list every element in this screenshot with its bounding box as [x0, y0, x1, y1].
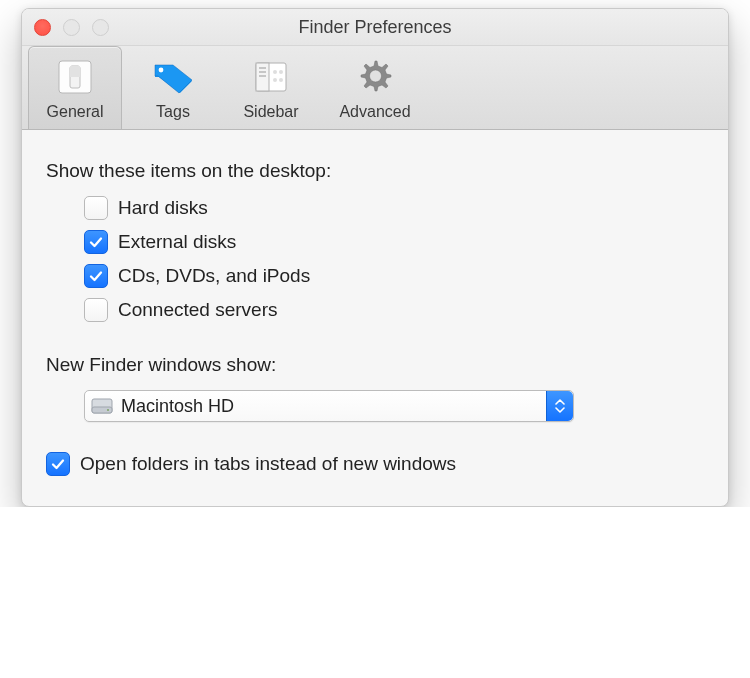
new-windows-value: Macintosh HD: [121, 396, 546, 417]
tab-tags[interactable]: Tags: [126, 46, 220, 129]
checkbox-external-disks-row: External disks: [84, 230, 704, 254]
tab-advanced-label: Advanced: [323, 103, 427, 121]
checkbox-hard-disks-label: Hard disks: [118, 197, 208, 219]
sidebar-icon: [225, 53, 317, 101]
general-icon: [29, 53, 121, 101]
checkbox-open-in-tabs-label: Open folders in tabs instead of new wind…: [80, 453, 456, 475]
desktop-items-heading: Show these items on the desktop:: [46, 160, 704, 182]
checkbox-servers[interactable]: [84, 298, 108, 322]
tab-sidebar[interactable]: Sidebar: [224, 46, 318, 129]
checkbox-hard-disks-row: Hard disks: [84, 196, 704, 220]
titlebar: Finder Preferences: [22, 9, 728, 46]
svg-point-10: [279, 70, 283, 74]
svg-point-12: [279, 78, 283, 82]
zoom-button[interactable]: [92, 19, 109, 36]
checkbox-servers-label: Connected servers: [118, 299, 277, 321]
tab-advanced[interactable]: Advanced: [322, 46, 428, 129]
advanced-icon: [323, 53, 427, 101]
checkbox-servers-row: Connected servers: [84, 298, 704, 322]
window-controls: [34, 19, 109, 36]
tab-tags-label: Tags: [127, 103, 219, 121]
tags-icon: [127, 53, 219, 101]
new-windows-heading: New Finder windows show:: [46, 354, 704, 376]
checkbox-cds[interactable]: [84, 264, 108, 288]
svg-point-9: [273, 70, 277, 74]
checkbox-external-disks[interactable]: [84, 230, 108, 254]
svg-rect-7: [259, 71, 266, 73]
desktop-items-list: Hard disks External disks CDs, DVDs, and…: [84, 196, 704, 322]
finder-preferences-window: Finder Preferences General: [21, 8, 729, 507]
svg-rect-2: [70, 66, 80, 77]
checkbox-external-disks-label: External disks: [118, 231, 236, 253]
window-title: Finder Preferences: [298, 17, 451, 38]
tab-general-label: General: [29, 103, 121, 121]
toolbar: General Tags: [22, 46, 728, 130]
general-pane: Show these items on the desktop: Hard di…: [22, 130, 728, 506]
svg-point-16: [107, 409, 109, 411]
tab-general[interactable]: General: [28, 46, 122, 129]
svg-rect-6: [259, 67, 266, 69]
svg-rect-8: [259, 75, 266, 77]
new-windows-select[interactable]: Macintosh HD: [84, 390, 574, 422]
svg-point-3: [159, 68, 164, 73]
svg-point-11: [273, 78, 277, 82]
checkbox-cds-row: CDs, DVDs, and iPods: [84, 264, 704, 288]
tab-sidebar-label: Sidebar: [225, 103, 317, 121]
minimize-button[interactable]: [63, 19, 80, 36]
checkbox-open-in-tabs[interactable]: [46, 452, 70, 476]
checkbox-cds-label: CDs, DVDs, and iPods: [118, 265, 310, 287]
open-in-tabs-row: Open folders in tabs instead of new wind…: [46, 452, 704, 476]
select-arrows-icon: [546, 391, 573, 421]
checkbox-hard-disks[interactable]: [84, 196, 108, 220]
volume-icon: [91, 397, 113, 415]
close-button[interactable]: [34, 19, 51, 36]
svg-point-13: [370, 70, 382, 82]
